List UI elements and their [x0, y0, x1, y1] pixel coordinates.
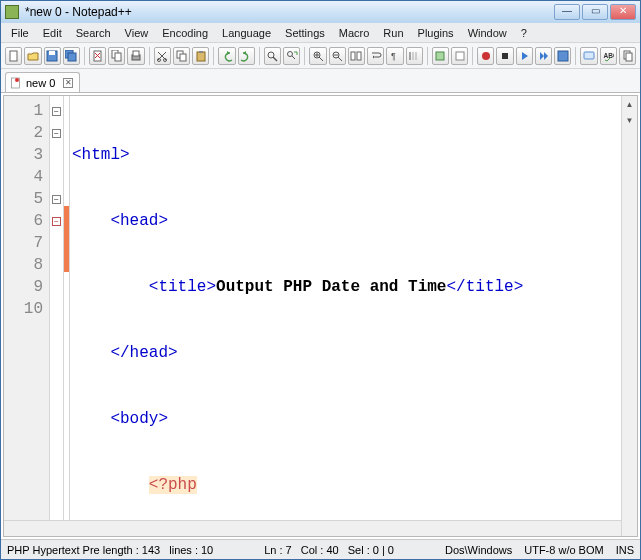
monitor-button[interactable] — [580, 47, 597, 65]
fold-toggle-icon[interactable]: − — [52, 195, 61, 204]
line-number: 8 — [4, 254, 43, 276]
word-wrap-button[interactable] — [367, 47, 384, 65]
menu-edit[interactable]: Edit — [37, 25, 68, 41]
menu-view[interactable]: View — [119, 25, 155, 41]
show-chars-button[interactable]: ¶ — [386, 47, 403, 65]
paste-button[interactable] — [192, 47, 209, 65]
zoom-out-button[interactable] — [329, 47, 346, 65]
svg-point-39 — [482, 52, 490, 60]
menu-plugins[interactable]: Plugins — [412, 25, 460, 41]
fold-toggle-icon[interactable]: − — [52, 217, 61, 226]
fold-toggle-icon[interactable]: − — [52, 129, 61, 138]
code-area[interactable]: <html> <head> <title>Output PHP Date and… — [70, 96, 637, 536]
line-number: 1 — [4, 100, 43, 122]
maximize-button[interactable]: ▭ — [582, 4, 608, 20]
svg-rect-4 — [68, 53, 76, 61]
new-file-button[interactable] — [5, 47, 22, 65]
svg-rect-32 — [357, 52, 361, 60]
replace-button[interactable] — [283, 47, 300, 65]
file-modified-icon — [10, 77, 22, 89]
indent-guide-button[interactable] — [406, 47, 423, 65]
minimize-button[interactable]: — — [554, 4, 580, 20]
svg-point-15 — [164, 58, 167, 61]
close-all-button[interactable] — [108, 47, 125, 65]
fold-toggle-icon[interactable]: − — [52, 107, 61, 116]
status-encoding: UTF-8 w/o BOM — [524, 544, 603, 556]
save-all-button[interactable] — [63, 47, 80, 65]
menu-search[interactable]: Search — [70, 25, 117, 41]
spellcheck-button[interactable]: ABC — [600, 47, 617, 65]
stop-macro-button[interactable] — [496, 47, 513, 65]
tabbar: new 0 ✕ — [1, 69, 640, 93]
line-number: 7 — [4, 232, 43, 254]
sync-scroll-button[interactable] — [348, 47, 365, 65]
titlebar[interactable]: *new 0 - Notepad++ — ▭ ✕ — [1, 1, 640, 23]
menu-help[interactable]: ? — [515, 25, 533, 41]
svg-rect-38 — [456, 52, 464, 60]
scroll-up-icon[interactable]: ▲ — [622, 96, 637, 112]
svg-text:ABC: ABC — [604, 52, 615, 59]
menu-run[interactable]: Run — [377, 25, 409, 41]
svg-rect-40 — [502, 53, 508, 59]
close-button[interactable]: ✕ — [610, 4, 636, 20]
find-button[interactable] — [264, 47, 281, 65]
menubar: File Edit Search View Encoding Language … — [1, 23, 640, 43]
svg-point-47 — [15, 78, 19, 82]
status-caret: Ln :7 Col :40 Sel :0 | 0 — [264, 544, 394, 556]
zoom-in-button[interactable] — [309, 47, 326, 65]
status-language: PHP Hypertext Pre length :143 lines :10 — [7, 544, 213, 556]
svg-point-14 — [158, 58, 161, 61]
toolbar-separator — [472, 47, 473, 65]
record-macro-button[interactable] — [477, 47, 494, 65]
line-number-gutter: 1 2 3 4 5 6 7 8 9 10 — [4, 96, 50, 536]
window-title: *new 0 - Notepad++ — [25, 5, 554, 19]
menu-macro[interactable]: Macro — [333, 25, 376, 41]
menu-settings[interactable]: Settings — [279, 25, 331, 41]
copy-button[interactable] — [173, 47, 190, 65]
menu-window[interactable]: Window — [462, 25, 513, 41]
function-list-button[interactable] — [432, 47, 449, 65]
scroll-down-icon[interactable]: ▼ — [622, 112, 637, 128]
toolbar-separator — [259, 47, 260, 65]
editor[interactable]: 1 2 3 4 5 6 7 8 9 10 − − − − — [3, 95, 638, 537]
play-multi-button[interactable] — [535, 47, 552, 65]
svg-rect-18 — [197, 52, 205, 61]
save-macro-button[interactable] — [554, 47, 571, 65]
app-icon — [5, 5, 19, 19]
save-button[interactable] — [44, 47, 61, 65]
svg-rect-2 — [49, 51, 55, 55]
menu-encoding[interactable]: Encoding — [156, 25, 214, 41]
toolbar-separator — [427, 47, 428, 65]
cut-button[interactable] — [154, 47, 171, 65]
redo-button[interactable] — [238, 47, 255, 65]
print-button[interactable] — [127, 47, 144, 65]
play-macro-button[interactable] — [516, 47, 533, 65]
vertical-scrollbar[interactable]: ▲ ▼ — [621, 96, 637, 536]
tab-active[interactable]: new 0 ✕ — [5, 72, 80, 92]
tab-label: new 0 — [26, 77, 55, 89]
line-number: 2 — [4, 122, 43, 144]
change-marker — [64, 206, 69, 228]
menu-language[interactable]: Language — [216, 25, 277, 41]
toolbar-separator — [149, 47, 150, 65]
toolbar-separator — [304, 47, 305, 65]
doc-map-button[interactable] — [451, 47, 468, 65]
line-number: 6 — [4, 210, 43, 232]
undo-button[interactable] — [218, 47, 235, 65]
line-number: 5 — [4, 188, 43, 210]
open-file-button[interactable] — [24, 47, 41, 65]
svg-rect-11 — [133, 51, 139, 56]
horizontal-scrollbar[interactable] — [4, 520, 621, 536]
tab-close-icon[interactable]: ✕ — [63, 78, 73, 88]
status-eol: Dos\Windows — [445, 544, 512, 556]
svg-rect-31 — [351, 52, 355, 60]
menu-file[interactable]: File — [5, 25, 35, 41]
svg-rect-42 — [584, 52, 594, 59]
doc-switcher-button[interactable] — [619, 47, 636, 65]
change-marker — [64, 250, 69, 272]
window-controls: — ▭ ✕ — [554, 4, 636, 20]
toolbar: ¶ ABC — [1, 43, 640, 69]
svg-rect-17 — [180, 54, 186, 61]
line-number: 4 — [4, 166, 43, 188]
close-file-button[interactable] — [89, 47, 106, 65]
